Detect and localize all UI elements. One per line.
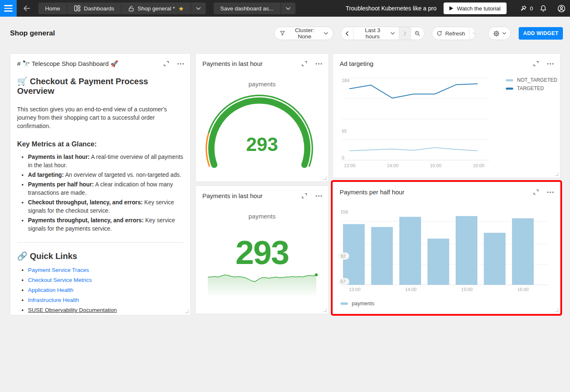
watch-tutorial-button[interactable]: Watch the tutorial bbox=[444, 3, 507, 14]
expand-widget-icon[interactable] bbox=[533, 60, 539, 67]
expand-widget-icon[interactable] bbox=[533, 189, 539, 195]
favorite-star-icon[interactable]: ★ bbox=[178, 5, 184, 12]
widget-menu-ellipsis-icon[interactable] bbox=[177, 60, 184, 67]
svg-text:16:00: 16:00 bbox=[473, 163, 484, 168]
time-range-button[interactable]: Last 3 hours bbox=[353, 27, 399, 40]
payments-big-number-widget: Payments in last hour payments 293 bbox=[195, 186, 329, 314]
big-number-series-label: payments bbox=[196, 213, 328, 220]
tab-dashboards[interactable]: Dashboards bbox=[67, 3, 121, 14]
widget-header: Payments in last hour bbox=[196, 186, 328, 206]
markdown-widget: # 🔭 Telescope Shop Dashboard 🚀 🛒 Checkou… bbox=[10, 53, 191, 315]
legend-item-targeted[interactable]: TARGETED bbox=[506, 85, 557, 91]
checkout-overview-heading: 🛒 Checkout & Payment Process Overview bbox=[17, 76, 184, 96]
list-item: Checkout throughput, latency, and errors… bbox=[28, 199, 184, 215]
link-application-health[interactable]: Application Health bbox=[28, 287, 73, 293]
list-item: Infrastructure Health bbox=[28, 297, 184, 303]
svg-text:15:00: 15:00 bbox=[461, 287, 473, 292]
link-payment-service-traces[interactable]: Payment Service Traces bbox=[28, 267, 89, 273]
unlock-icon bbox=[128, 5, 134, 12]
time-zoom-out-button[interactable] bbox=[411, 27, 424, 40]
intro-paragraph: This section gives you an end-to-end vie… bbox=[17, 105, 184, 130]
refresh-label: Refresh bbox=[445, 30, 465, 37]
divider bbox=[17, 242, 184, 243]
svg-text:92: 92 bbox=[340, 254, 346, 259]
resize-handle-icon[interactable] bbox=[185, 309, 189, 313]
legend-item-payments[interactable]: payments bbox=[340, 301, 374, 307]
add-widget-button[interactable]: ADD WIDGET bbox=[519, 27, 563, 40]
widget-menu-ellipsis-icon[interactable] bbox=[547, 60, 554, 67]
link-suse-observability-docs[interactable]: SUSE Observability Documentation bbox=[28, 307, 117, 313]
legend-item-not-targeted[interactable]: NOT_TARGETED bbox=[506, 77, 557, 83]
refresh-icon bbox=[436, 30, 442, 36]
refresh-button[interactable]: Refresh bbox=[432, 27, 469, 40]
quick-links-heading: 🔗 Quick Links bbox=[17, 251, 184, 261]
tab-dashboards-label: Dashboards bbox=[84, 5, 114, 12]
back-button[interactable] bbox=[23, 3, 33, 13]
legend-label: NOT_TARGETED bbox=[517, 77, 557, 83]
list-item: Payment Service Traces bbox=[28, 267, 184, 273]
legend-label: TARGETED bbox=[517, 85, 544, 91]
time-forward-button[interactable] bbox=[399, 27, 411, 40]
tab-shop-general[interactable]: Shop general * ★ bbox=[121, 3, 191, 14]
markdown-content: 🛒 Checkout & Payment Process Overview Th… bbox=[17, 74, 184, 317]
time-range-label: Last 3 hours bbox=[358, 27, 388, 40]
pin-icon bbox=[520, 5, 527, 12]
play-icon bbox=[449, 6, 453, 10]
cluster-filter-button[interactable]: Cluster: None bbox=[275, 27, 333, 40]
time-back-button[interactable] bbox=[341, 27, 353, 40]
cluster-filter-label: Cluster: None bbox=[288, 27, 321, 40]
resize-handle-icon[interactable] bbox=[555, 172, 558, 176]
tab-home-label: Home bbox=[45, 5, 60, 12]
widget-menu-ellipsis-icon[interactable] bbox=[315, 60, 323, 67]
time-range-control: Last 3 hours bbox=[341, 27, 424, 40]
dashboards-icon bbox=[74, 5, 81, 12]
expand-widget-icon[interactable] bbox=[301, 60, 308, 67]
targeted-swatch bbox=[506, 88, 513, 90]
settings-gear-button[interactable] bbox=[489, 27, 510, 40]
widget-header: Payments per half hour bbox=[333, 182, 560, 202]
save-dashboard-group: Save dashboard as... bbox=[214, 3, 295, 14]
tab-home[interactable]: Home bbox=[38, 3, 67, 14]
back-arrow-icon bbox=[23, 4, 33, 13]
widget-title: # 🔭 Telescope Shop Dashboard 🚀 bbox=[17, 60, 118, 68]
widget-title: Payments in last hour bbox=[202, 60, 262, 67]
resize-handle-icon[interactable] bbox=[323, 308, 327, 312]
list-item: Ad targeting: An overview of targeted vs… bbox=[28, 171, 184, 179]
save-dashboard-chevron-button[interactable] bbox=[281, 3, 295, 14]
svg-text:14:00: 14:00 bbox=[405, 287, 417, 292]
link-infrastructure-health[interactable]: Infrastructure Health bbox=[28, 297, 79, 303]
widget-menu-ellipsis-icon[interactable] bbox=[547, 189, 554, 196]
notifications-button[interactable] bbox=[540, 0, 547, 17]
link-checkout-service-metrics[interactable]: Checkout Service Metrics bbox=[28, 277, 92, 283]
watch-tutorial-label: Watch the tutorial bbox=[457, 5, 501, 12]
list-item: Payments in last hour: A real-time overv… bbox=[28, 153, 184, 170]
list-item: Payments per half hour: A clear indicati… bbox=[28, 181, 184, 197]
legend-label: payments bbox=[352, 301, 374, 307]
chevron-down-icon bbox=[473, 32, 476, 35]
svg-text:13:00: 13:00 bbox=[344, 163, 356, 168]
widget-menu-ellipsis-icon[interactable] bbox=[315, 193, 323, 199]
payments-gauge-widget: Payments in last hour payments 293 bbox=[195, 53, 329, 182]
refresh-control: Refresh bbox=[432, 27, 476, 40]
tab-options-chevron-button[interactable] bbox=[191, 3, 206, 14]
page-title: Shop general bbox=[10, 29, 55, 38]
save-dashboard-button[interactable]: Save dashboard as... bbox=[214, 3, 280, 14]
hamburger-menu-button[interactable] bbox=[0, 0, 17, 17]
not-targeted-swatch bbox=[506, 79, 513, 81]
chevron-left-icon bbox=[346, 31, 348, 36]
quick-links-list: Payment Service Traces Checkout Service … bbox=[17, 267, 184, 313]
expand-widget-icon[interactable] bbox=[301, 193, 308, 199]
resize-handle-icon[interactable] bbox=[323, 176, 327, 180]
user-avatar-button[interactable] bbox=[557, 0, 565, 17]
top-nav: Home Dashboards Shop general * ★ bbox=[0, 0, 570, 17]
key-metrics-heading: Key Metrics at a Glance: bbox=[17, 140, 184, 148]
pinned-items-button[interactable]: 0 bbox=[517, 0, 535, 17]
resize-handle-icon[interactable] bbox=[555, 308, 558, 312]
big-number-value: 293 bbox=[196, 231, 328, 274]
svg-text:156: 156 bbox=[340, 209, 348, 214]
expand-widget-icon[interactable] bbox=[163, 60, 169, 67]
chevron-down-icon bbox=[502, 32, 506, 35]
promo-text: Troubleshoot Kubernetes like a pro bbox=[346, 0, 436, 17]
tab-shop-general-label: Shop general * bbox=[138, 5, 175, 12]
refresh-options-chevron-button[interactable] bbox=[469, 27, 476, 40]
